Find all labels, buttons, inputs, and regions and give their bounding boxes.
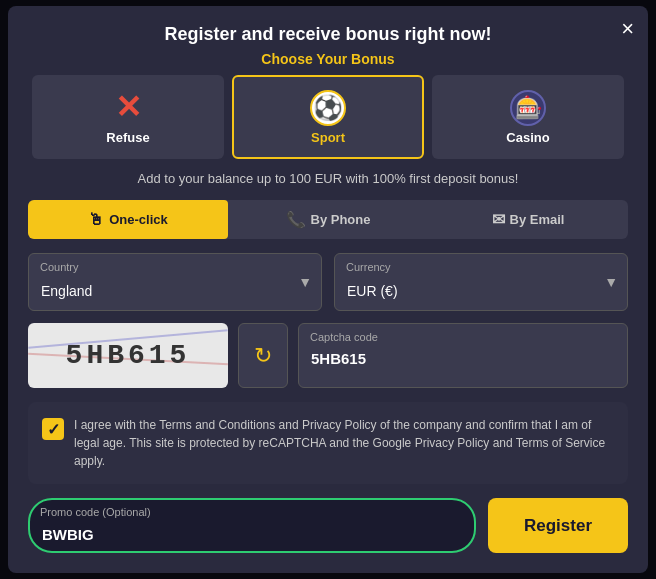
refresh-icon: ↻ bbox=[254, 343, 272, 369]
casino-icon: 🎰 bbox=[510, 90, 546, 126]
country-label: Country bbox=[40, 261, 79, 273]
country-group: Country England ▼ bbox=[28, 253, 322, 311]
promo-group: Promo code (Optional) bbox=[28, 498, 476, 553]
captcha-refresh-button[interactable]: ↻ bbox=[238, 323, 288, 388]
captcha-image: 5HB615 bbox=[28, 323, 228, 388]
tab-one-click[interactable]: 🖱 One-click bbox=[28, 200, 228, 239]
bonus-option-refuse[interactable]: ✕ Refuse bbox=[32, 75, 224, 159]
one-click-icon: 🖱 bbox=[88, 211, 104, 229]
modal-header: Register and receive bonus right now! Ch… bbox=[8, 6, 648, 75]
captcha-input-group: Captcha code 5HB615 bbox=[298, 323, 628, 388]
close-button[interactable]: × bbox=[621, 18, 634, 40]
captcha-row: 5HB615 ↻ Captcha code 5HB615 bbox=[8, 323, 648, 388]
phone-icon: 📞 bbox=[286, 210, 306, 229]
agree-checkbox[interactable]: ✓ bbox=[42, 418, 64, 440]
agree-text: I agree with the Terms and Conditions an… bbox=[74, 416, 614, 470]
promo-label: Promo code (Optional) bbox=[40, 506, 151, 518]
modal: × Register and receive bonus right now! … bbox=[8, 6, 648, 573]
agree-row: ✓ I agree with the Terms and Conditions … bbox=[28, 402, 628, 484]
refuse-icon: ✕ bbox=[115, 89, 142, 126]
currency-group: Currency EUR (€) ▼ bbox=[334, 253, 628, 311]
tab-by-phone[interactable]: 📞 By Phone bbox=[228, 200, 428, 239]
sport-label: Sport bbox=[311, 130, 345, 145]
casino-label: Casino bbox=[506, 130, 549, 145]
email-icon: ✉ bbox=[492, 210, 505, 229]
bonus-option-casino[interactable]: 🎰 Casino bbox=[432, 75, 624, 159]
tab-one-click-label: One-click bbox=[109, 212, 168, 227]
currency-label: Currency bbox=[346, 261, 391, 273]
promo-register-row: Promo code (Optional) Register bbox=[8, 498, 648, 553]
modal-title: Register and receive bonus right now! bbox=[28, 24, 628, 45]
captcha-code-label: Captcha code bbox=[310, 331, 378, 343]
bonus-options-row: ✕ Refuse ⚽ Sport 🎰 Casino bbox=[8, 75, 648, 159]
tab-by-phone-label: By Phone bbox=[311, 212, 371, 227]
country-currency-row: Country England ▼ Currency EUR (€) ▼ bbox=[8, 253, 648, 311]
sport-icon: ⚽ bbox=[310, 90, 346, 126]
choose-bonus-label: Choose Your Bonus bbox=[28, 51, 628, 67]
tab-by-email[interactable]: ✉ By Email bbox=[428, 200, 628, 239]
register-button[interactable]: Register bbox=[488, 498, 628, 553]
captcha-image-text: 5HB615 bbox=[66, 340, 191, 371]
overlay: × Register and receive bonus right now! … bbox=[0, 0, 656, 579]
refuse-label: Refuse bbox=[106, 130, 149, 145]
tab-row: 🖱 One-click 📞 By Phone ✉ By Email bbox=[28, 200, 628, 239]
add-balance-text: Add to your balance up to 100 EUR with 1… bbox=[8, 171, 648, 186]
checkmark-icon: ✓ bbox=[47, 420, 60, 439]
bonus-option-sport[interactable]: ⚽ Sport bbox=[232, 75, 424, 159]
tab-by-email-label: By Email bbox=[510, 212, 565, 227]
